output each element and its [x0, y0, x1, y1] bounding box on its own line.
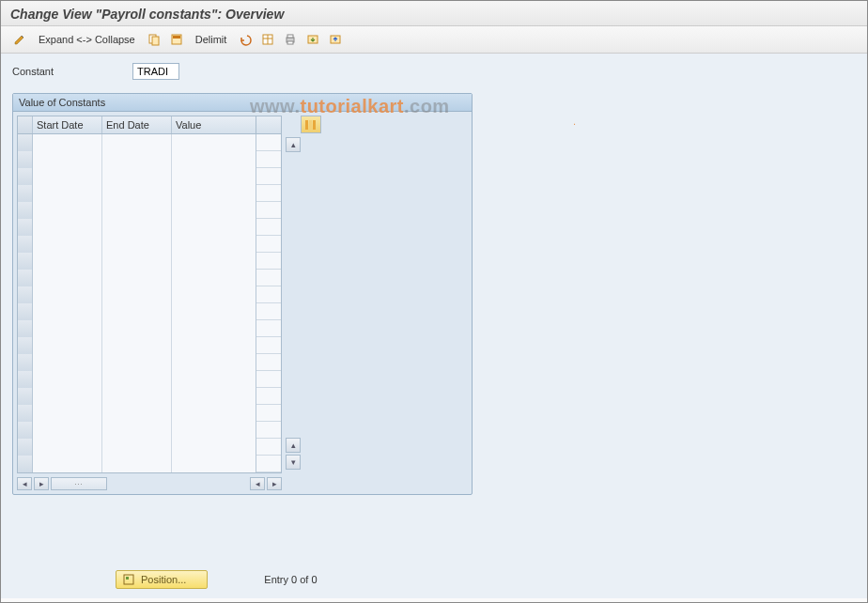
- import-icon[interactable]: [326, 30, 345, 49]
- cell-start-date[interactable]: [33, 253, 102, 270]
- cell-end-date[interactable]: [102, 202, 172, 219]
- cell-value[interactable]: [172, 371, 256, 388]
- table-row[interactable]: [18, 320, 281, 337]
- cell-value[interactable]: [172, 456, 256, 472]
- grid-header-start-date[interactable]: Start Date: [33, 116, 102, 133]
- vscroll-down-icon[interactable]: ▾: [286, 455, 301, 470]
- row-selector[interactable]: [18, 354, 33, 371]
- row-selector[interactable]: [18, 388, 33, 405]
- cell-end-date[interactable]: [102, 151, 172, 168]
- table-settings-icon[interactable]: [258, 30, 277, 49]
- cell-start-date[interactable]: [33, 202, 102, 219]
- cell-end-date[interactable]: [102, 405, 172, 422]
- cell-start-date[interactable]: [33, 151, 102, 168]
- row-selector[interactable]: [18, 236, 33, 253]
- row-selector[interactable]: [18, 219, 33, 236]
- cell-end-date[interactable]: [102, 286, 172, 303]
- cell-value[interactable]: [172, 303, 256, 320]
- column-configuration-icon[interactable]: [301, 116, 321, 133]
- vscroll-up-icon[interactable]: ▴: [286, 137, 301, 152]
- table-row[interactable]: [18, 134, 281, 151]
- cell-value[interactable]: [172, 354, 256, 371]
- position-button[interactable]: Position...: [116, 570, 208, 589]
- cell-value[interactable]: [172, 202, 256, 219]
- cell-start-date[interactable]: [33, 270, 102, 286]
- row-selector[interactable]: [18, 134, 33, 151]
- cell-start-date[interactable]: [33, 286, 102, 303]
- cell-end-date[interactable]: [102, 134, 172, 151]
- table-row[interactable]: [18, 185, 281, 202]
- table-row[interactable]: [18, 422, 281, 439]
- cell-value[interactable]: [172, 185, 256, 202]
- cell-start-date[interactable]: [33, 439, 102, 456]
- table-row[interactable]: [18, 337, 281, 354]
- hscroll-thumb[interactable]: ···: [51, 477, 107, 490]
- table-row[interactable]: [18, 405, 281, 422]
- table-row[interactable]: [18, 202, 281, 219]
- cell-value[interactable]: [172, 270, 256, 286]
- cell-value[interactable]: [172, 337, 256, 354]
- table-row[interactable]: [18, 303, 281, 320]
- cell-start-date[interactable]: [33, 320, 102, 337]
- undo-icon[interactable]: [236, 30, 255, 49]
- table-row[interactable]: [18, 371, 281, 388]
- cell-start-date[interactable]: [33, 303, 102, 320]
- row-selector[interactable]: [18, 371, 33, 388]
- row-selector[interactable]: [18, 151, 33, 168]
- table-row[interactable]: [18, 219, 281, 236]
- table-row[interactable]: [18, 388, 281, 405]
- constant-input[interactable]: [132, 63, 179, 80]
- table-row[interactable]: [18, 456, 281, 472]
- cell-end-date[interactable]: [102, 303, 172, 320]
- cell-start-date[interactable]: [33, 185, 102, 202]
- table-row[interactable]: [18, 236, 281, 253]
- cell-end-date[interactable]: [102, 320, 172, 337]
- grid-header-end-date[interactable]: End Date: [102, 116, 172, 133]
- cell-end-date[interactable]: [102, 253, 172, 270]
- hscroll-right-end-icon[interactable]: ▸: [267, 477, 282, 490]
- cell-start-date[interactable]: [33, 422, 102, 439]
- cell-end-date[interactable]: [102, 219, 172, 236]
- cell-value[interactable]: [172, 388, 256, 405]
- cell-end-date[interactable]: [102, 354, 172, 371]
- row-selector[interactable]: [18, 168, 33, 185]
- cell-end-date[interactable]: [102, 337, 172, 354]
- cell-end-date[interactable]: [102, 371, 172, 388]
- cell-start-date[interactable]: [33, 388, 102, 405]
- cell-end-date[interactable]: [102, 422, 172, 439]
- table-row[interactable]: [18, 151, 281, 168]
- hscroll-left-icon[interactable]: ▸: [34, 477, 49, 490]
- grid-header-value[interactable]: Value: [172, 116, 256, 133]
- export-icon[interactable]: [303, 30, 322, 49]
- cell-end-date[interactable]: [102, 185, 172, 202]
- cell-start-date[interactable]: [33, 134, 102, 151]
- table-row[interactable]: [18, 270, 281, 286]
- cell-value[interactable]: [172, 219, 256, 236]
- cell-start-date[interactable]: [33, 337, 102, 354]
- vscroll-up2-icon[interactable]: ▴: [286, 438, 301, 453]
- cell-start-date[interactable]: [33, 371, 102, 388]
- row-selector[interactable]: [18, 202, 33, 219]
- cell-end-date[interactable]: [102, 236, 172, 253]
- print-icon[interactable]: [281, 30, 300, 49]
- cell-start-date[interactable]: [33, 354, 102, 371]
- cell-start-date[interactable]: [33, 219, 102, 236]
- select-all-icon[interactable]: [167, 30, 186, 49]
- hscroll-right-icon[interactable]: ◂: [250, 477, 265, 490]
- row-selector[interactable]: [18, 286, 33, 303]
- grid-header-selector[interactable]: [18, 116, 33, 133]
- copy-icon[interactable]: [145, 30, 163, 49]
- row-selector[interactable]: [18, 185, 33, 202]
- row-selector[interactable]: [18, 270, 33, 286]
- table-row[interactable]: [18, 439, 281, 456]
- delimit-button[interactable]: Delimit: [190, 34, 233, 45]
- cell-end-date[interactable]: [102, 270, 172, 286]
- table-row[interactable]: [18, 253, 281, 270]
- cell-end-date[interactable]: [102, 168, 172, 185]
- cell-value[interactable]: [172, 405, 256, 422]
- row-selector[interactable]: [18, 303, 33, 320]
- edit-icon[interactable]: [10, 30, 29, 49]
- cell-value[interactable]: [172, 422, 256, 439]
- row-selector[interactable]: [18, 253, 33, 270]
- cell-end-date[interactable]: [102, 439, 172, 456]
